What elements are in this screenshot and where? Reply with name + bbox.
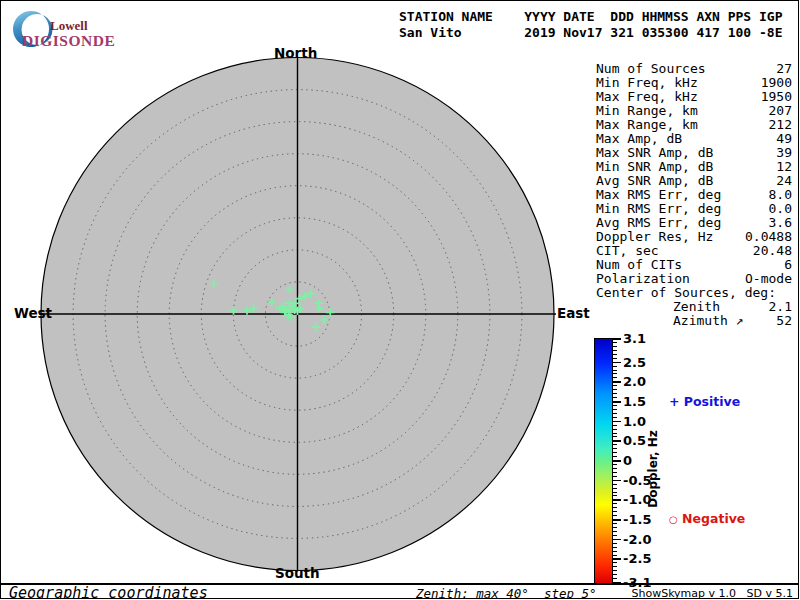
- colorbar-minor-tick: [613, 393, 617, 394]
- colorbar-tick-label: -2.5: [623, 551, 651, 566]
- colorbar-minor-tick: [613, 566, 617, 567]
- colorbar-minor-tick: [613, 397, 617, 398]
- doppler-colorbar-gradient: [594, 338, 613, 584]
- stat-label: Min SNR Amp, dB: [596, 160, 713, 174]
- stat-value: 39: [776, 146, 792, 160]
- status-bar: Geographic coordinates Zenith: max 40° s…: [1, 583, 798, 599]
- stat-row: Min RMS Err, deg0.0: [596, 202, 792, 216]
- compass-north-label: North: [274, 45, 317, 61]
- stat-row: Max SNR Amp, dB39: [596, 146, 792, 160]
- plus-marker-icon: +: [669, 394, 679, 409]
- stat-value: 8.0: [769, 188, 792, 202]
- stat-row: Doppler Res, Hz0.0488: [596, 230, 792, 244]
- colorbar-minor-tick: [613, 425, 617, 426]
- colorbar-minor-tick: [613, 511, 617, 512]
- colorbar-minor-tick: [613, 535, 617, 536]
- stat-row: Azimuth ↗52: [596, 314, 792, 328]
- stat-row: Zenith2.1: [596, 300, 792, 314]
- stat-label: Max Amp, dB: [596, 132, 682, 146]
- compass-east-label: East: [557, 305, 590, 321]
- compass-south-label: South: [275, 565, 320, 581]
- colorbar-minor-tick: [613, 456, 617, 457]
- colorbar-minor-tick: [613, 515, 617, 516]
- stat-value: 0.0: [769, 202, 792, 216]
- stat-label: Avg SNR Amp, dB: [596, 174, 713, 188]
- stat-row: Num of CITs6: [596, 258, 792, 272]
- stat-value: 2.1: [769, 300, 792, 314]
- colorbar-minor-tick: [613, 342, 617, 343]
- stat-value: 27: [776, 62, 792, 76]
- colorbar-minor-tick: [613, 547, 617, 548]
- stat-row: Min Range, km207: [596, 104, 792, 118]
- colorbar-minor-tick: [613, 495, 617, 496]
- stat-label: CIT, sec: [596, 244, 659, 258]
- colorbar-major-tick: [613, 499, 621, 501]
- stat-row: Min Freq, kHz1900: [596, 76, 792, 90]
- colorbar-minor-tick: [613, 429, 617, 430]
- stat-value: O-mode: [745, 272, 792, 286]
- stat-value: 0.0488: [745, 230, 792, 244]
- colorbar-major-tick: [613, 440, 621, 442]
- stat-value: 20.48: [753, 244, 792, 258]
- stat-row: Max Range, km212: [596, 118, 792, 132]
- stat-value: 52: [776, 314, 792, 328]
- colorbar-minor-tick: [613, 350, 617, 351]
- colorbar-minor-tick: [613, 444, 617, 445]
- colorbar-minor-tick: [613, 543, 617, 544]
- colorbar-minor-tick: [613, 476, 617, 477]
- colorbar-minor-tick: [613, 436, 617, 437]
- colorbar-minor-tick: [613, 373, 617, 374]
- colorbar-minor-tick: [613, 409, 617, 410]
- stat-row: Min SNR Amp, dB12: [596, 160, 792, 174]
- positive-doppler-legend: + Positive: [669, 394, 740, 409]
- colorbar-tick-label: 1.0: [623, 413, 646, 428]
- colorbar-tick-label: -1.5: [623, 512, 651, 527]
- colorbar-minor-tick: [613, 507, 617, 508]
- colorbar-minor-tick: [613, 389, 617, 390]
- colorbar-minor-tick: [613, 484, 617, 485]
- stat-value: 1900: [761, 76, 792, 90]
- colorbar-minor-tick: [613, 574, 617, 575]
- colorbar-minor-tick: [613, 464, 617, 465]
- stat-label: Max RMS Err, deg: [596, 188, 721, 202]
- stat-label: Avg RMS Err, deg: [596, 216, 721, 230]
- colorbar-minor-tick: [613, 472, 617, 473]
- doppler-colorbar: 3.12.52.01.51.00.50-0.5-1.0-1.5-2.0-2.5-…: [594, 338, 744, 584]
- stat-label: Num of CITs: [596, 258, 682, 272]
- stat-value: 49: [776, 132, 792, 146]
- compass-west-label: West: [14, 305, 52, 321]
- colorbar-minor-tick: [613, 562, 617, 563]
- stat-value: 12: [776, 160, 792, 174]
- stat-label: Max SNR Amp, dB: [596, 146, 713, 160]
- stat-label: Min Freq, kHz: [596, 76, 698, 90]
- colorbar-minor-tick: [613, 448, 617, 449]
- zenith-scale-label: Zenith: max 40° step 5°: [416, 587, 597, 599]
- negative-legend-label: Negative: [682, 511, 745, 526]
- circle-marker-icon: ○: [669, 514, 678, 525]
- colorbar-minor-tick: [613, 377, 617, 378]
- colorbar-tick-label: -2.0: [623, 531, 651, 546]
- stat-label: Zenith: [673, 300, 720, 314]
- stat-row: Max RMS Err, deg8.0: [596, 188, 792, 202]
- colorbar-major-tick: [613, 519, 621, 521]
- colorbar-tick-label: 1.5: [623, 394, 646, 409]
- colorbar-major-tick: [613, 401, 621, 403]
- colorbar-minor-tick: [613, 385, 617, 386]
- colorbar-tick-label: 0.5: [623, 433, 646, 448]
- doppler-axis-label: Doppler, Hz: [646, 430, 660, 508]
- stat-value: 24: [776, 174, 792, 188]
- stat-label: Azimuth ↗: [673, 314, 743, 328]
- colorbar-minor-tick: [613, 492, 617, 493]
- colorbar-minor-tick: [613, 503, 617, 504]
- stat-label: Polarization: [596, 272, 690, 286]
- stat-value: 6: [784, 258, 792, 272]
- stat-row: Max Freq, kHz1950: [596, 90, 792, 104]
- colorbar-minor-tick: [613, 366, 617, 367]
- colorbar-major-tick: [613, 480, 621, 482]
- stat-row: PolarizationO-mode: [596, 272, 792, 286]
- software-version-label: ShowSkymap v 1.0 SD v 5.1: [631, 588, 793, 599]
- stat-label: Max Range, km: [596, 118, 698, 132]
- colorbar-minor-tick: [613, 413, 617, 414]
- colorbar-major-tick: [613, 381, 621, 383]
- stat-label: Num of Sources: [596, 62, 706, 76]
